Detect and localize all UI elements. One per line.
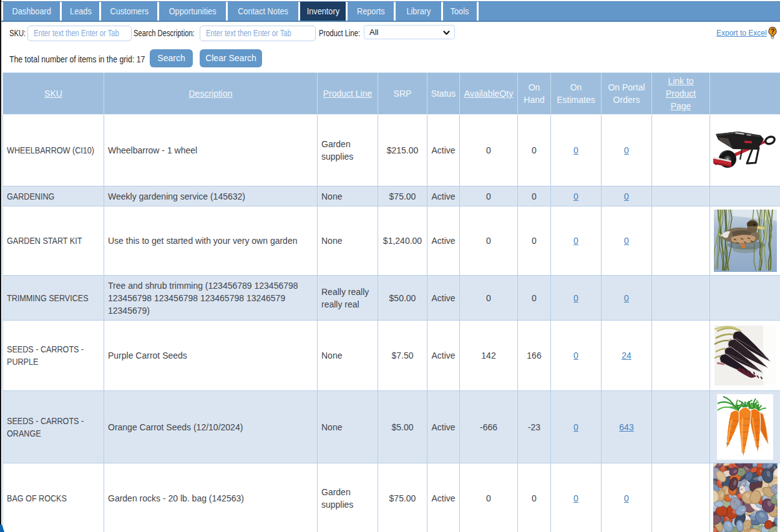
svg-text:?: ? (771, 27, 775, 35)
